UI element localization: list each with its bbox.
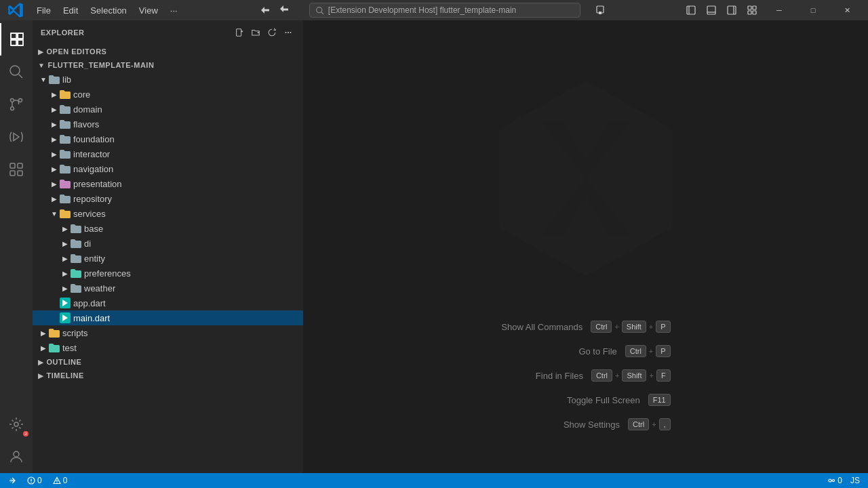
scripts-folder-icon <box>49 327 60 338</box>
statusbar-right: 0 JS <box>825 473 863 488</box>
main-layout: J EXPLORER <box>0 20 868 473</box>
svg-rect-13 <box>753 11 756 14</box>
vscode-logo-icon[interactable] <box>5 0 26 20</box>
shortcut-settings: Show Settings Ctrl + , <box>564 418 671 430</box>
settings-activity-item[interactable]: J <box>0 408 33 441</box>
outline-section[interactable]: ▶ OUTLINE <box>33 355 303 369</box>
repository-folder[interactable]: ▶ repository <box>33 191 303 206</box>
go-to-file-label: Go to File <box>578 346 616 357</box>
timeline-section[interactable]: ▶ TIMELINE <box>33 369 303 382</box>
activity-bar: J <box>0 20 33 473</box>
menu-edit[interactable]: Edit <box>58 4 83 17</box>
timeline-chevron: ▶ <box>38 372 44 380</box>
remote-indicator[interactable] <box>5 473 19 488</box>
run-debug-activity-item[interactable] <box>0 121 33 153</box>
di-folder[interactable]: ▶ di <box>33 236 303 251</box>
svg-point-31 <box>288 32 289 33</box>
titlebar-menu: File Edit Selection View ··· <box>31 4 183 17</box>
editor-area: Show All Commands Ctrl + Shift + P Go to… <box>304 20 868 473</box>
search-bar[interactable]: [Extension Development Host] flutter_tem… <box>309 3 580 18</box>
activity-bar-bottom: J <box>0 408 33 473</box>
remote-connect[interactable]: 0 <box>825 473 845 488</box>
nav-back-button[interactable] <box>256 3 274 18</box>
weather-folder[interactable]: ▶ weather <box>33 281 303 296</box>
toggle-sidebar-button[interactable] <box>682 3 700 18</box>
svg-point-39 <box>31 482 31 483</box>
open-editors-section[interactable]: ▶ OPEN EDITORS <box>33 45 303 58</box>
entity-folder[interactable]: ▶ entity <box>33 251 303 266</box>
app-dart-file[interactable]: ▶ app.dart <box>33 296 303 310</box>
kbd-plus-4: + <box>615 371 619 380</box>
preferences-folder[interactable]: ▶ preferences <box>33 266 303 281</box>
repository-folder-icon <box>60 193 71 204</box>
svg-rect-21 <box>10 171 15 176</box>
foundation-label: foundation <box>73 134 303 144</box>
extensions-activity-item[interactable] <box>0 153 33 186</box>
domain-folder[interactable]: ▶ domain <box>33 102 303 117</box>
open-editors-label: OPEN EDITORS <box>47 47 107 56</box>
project-section[interactable]: ▼ FLUTTER_TEMPLATE-MAIN <box>33 58 303 72</box>
services-folder[interactable]: ▼ services <box>33 206 303 221</box>
source-control-activity-item[interactable] <box>0 88 33 121</box>
svg-point-17 <box>11 107 14 110</box>
main-dart-icon <box>60 312 71 323</box>
base-label: base <box>84 224 303 234</box>
base-folder[interactable]: ▶ base <box>33 221 303 236</box>
navigation-label: navigation <box>73 164 303 174</box>
full-screen-label: Toggle Full Screen <box>567 395 640 405</box>
errors-indicator[interactable]: 0 <box>24 473 45 488</box>
toggle-right-sidebar-button[interactable] <box>723 3 741 18</box>
new-folder-icon[interactable] <box>249 26 262 39</box>
toggle-panel-button[interactable] <box>703 3 720 18</box>
menu-more[interactable]: ··· <box>165 4 183 17</box>
account-activity-item[interactable] <box>0 441 33 473</box>
svg-rect-20 <box>18 163 22 168</box>
language-indicator[interactable]: JS <box>848 473 863 488</box>
svg-point-0 <box>316 7 321 12</box>
search-activity-item[interactable] <box>0 56 33 88</box>
new-file-icon[interactable] <box>233 26 246 39</box>
main-dart-file[interactable]: ▶ main.dart <box>33 310 303 325</box>
accounts-icon[interactable] <box>591 3 609 18</box>
kbd-f: F <box>656 369 671 382</box>
weather-chevron: ▶ <box>60 283 71 293</box>
di-label: di <box>84 239 303 249</box>
test-folder[interactable]: ▶ test <box>33 340 303 355</box>
close-button[interactable]: ✕ <box>831 0 863 20</box>
kbd-comma: , <box>659 418 671 430</box>
minimize-button[interactable]: ─ <box>764 0 795 20</box>
open-editors-chevron: ▶ <box>38 48 44 56</box>
scripts-folder[interactable]: ▶ scripts <box>33 325 303 340</box>
explorer-activity-item[interactable] <box>0 23 33 56</box>
kbd-plus-3: + <box>649 347 653 355</box>
navigation-folder[interactable]: ▶ navigation <box>33 161 303 176</box>
foundation-folder[interactable]: ▶ foundation <box>33 131 303 146</box>
menu-file[interactable]: File <box>31 4 56 17</box>
svg-point-16 <box>11 99 14 102</box>
more-actions-icon[interactable] <box>281 26 295 39</box>
customize-layout-button[interactable] <box>743 3 761 18</box>
flavors-folder[interactable]: ▶ flavors <box>33 117 303 131</box>
outline-chevron: ▶ <box>38 359 44 366</box>
warnings-indicator[interactable]: 0 <box>50 473 71 488</box>
timeline-label: TIMELINE <box>47 371 84 380</box>
menu-selection[interactable]: Selection <box>85 4 132 17</box>
svg-point-14 <box>10 66 20 75</box>
test-chevron: ▶ <box>38 342 49 353</box>
go-to-file-keys: Ctrl + P <box>625 345 671 357</box>
kbd-f11: F11 <box>648 394 671 406</box>
presentation-folder[interactable]: ▶ presentation <box>33 176 303 191</box>
settings-label: Show Settings <box>564 420 620 430</box>
maximize-button[interactable]: □ <box>797 0 829 20</box>
interactor-folder[interactable]: ▶ interactor <box>33 146 303 161</box>
refresh-icon[interactable] <box>265 26 279 39</box>
lib-folder[interactable]: ▼ lib <box>33 72 303 87</box>
services-folder-icon <box>60 208 71 219</box>
flavors-label: flavors <box>73 119 303 129</box>
base-folder-icon <box>71 223 81 234</box>
show-commands-keys: Ctrl + Shift + P <box>591 321 670 333</box>
core-folder[interactable]: ▶ core <box>33 87 303 102</box>
menu-view[interactable]: View <box>134 4 163 17</box>
repository-label: repository <box>73 194 303 204</box>
nav-forward-button[interactable] <box>275 3 293 18</box>
